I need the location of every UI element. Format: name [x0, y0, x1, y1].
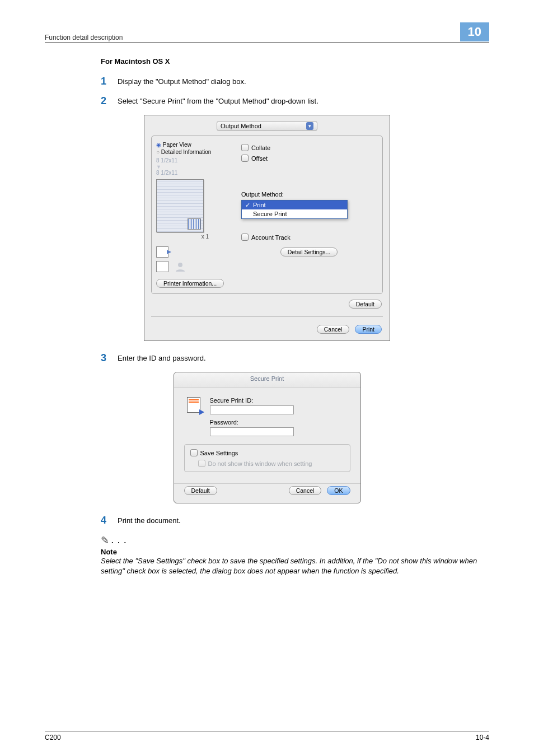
step-2: 2 Select "Secure Print" from the "Output…	[101, 95, 489, 107]
detail-settings-button[interactable]: Detail Settings...	[280, 248, 338, 256]
output-method-label: Output Method:	[241, 191, 377, 198]
note-dots-icon: . . .	[111, 536, 127, 545]
dialog-title: Secure Print	[174, 372, 360, 388]
printer-info-button[interactable]: Printer Information...	[156, 279, 224, 288]
paper-size-bottom: 8 1/2x11	[156, 170, 231, 176]
step-text: Display the "Output Method" dialog box.	[118, 76, 246, 87]
note-icon: ✎	[101, 534, 109, 547]
step-number: 2	[101, 95, 118, 107]
dropdown-item-secure-print[interactable]: Secure Print	[242, 209, 347, 218]
default-button[interactable]: Default	[349, 300, 382, 309]
step-text: Select "Secure Print" from the "Output M…	[118, 95, 318, 107]
step-3: 3 Enter the ID and password.	[101, 352, 489, 364]
page-preview	[156, 179, 204, 232]
save-settings-checkbox[interactable]: Save Settings	[190, 449, 344, 456]
ok-button[interactable]: OK	[327, 486, 350, 495]
copy-count: x 1	[156, 234, 231, 240]
svg-point-0	[178, 263, 182, 267]
footer-page: 10-4	[476, 734, 489, 741]
step-number: 4	[101, 515, 118, 526]
note-heading: Note	[101, 548, 489, 556]
step-4: 4 Print the document.	[101, 515, 489, 526]
step-number: 1	[101, 76, 118, 87]
footer-model: C200	[45, 734, 61, 741]
secure-print-icon	[184, 396, 203, 414]
print-button[interactable]: Print	[355, 325, 382, 334]
note-text: Select the "Save Settings" check box to …	[101, 556, 489, 576]
paper-view-radio[interactable]: ◉ Paper View	[156, 142, 231, 148]
step-text: Enter the ID and password.	[118, 352, 206, 364]
note-block: ✎ . . . Note Select the "Save Settings" …	[101, 534, 489, 576]
step-text: Print the document.	[118, 515, 181, 526]
output-method-dropdown[interactable]: Print Secure Print	[241, 200, 348, 219]
panel-selector-label: Output Method	[221, 123, 261, 129]
dropdown-item-print[interactable]: Print	[242, 200, 347, 209]
user-icon	[174, 261, 186, 272]
subheading: For Macintosh OS X	[101, 57, 489, 66]
step-number: 3	[101, 352, 118, 364]
cancel-button[interactable]: Cancel	[289, 486, 322, 495]
panel-selector[interactable]: Output Method ▾	[217, 121, 317, 131]
default-button[interactable]: Default	[184, 486, 217, 495]
do-not-show-checkbox: Do not show this window when setting	[198, 460, 344, 467]
page-footer: C200 10-4	[45, 731, 489, 741]
paper-divider-icon: ▼	[156, 164, 231, 170]
section-title: Function detail description	[45, 34, 123, 41]
detailed-info-radio[interactable]: ○ Detailed Information	[156, 149, 231, 155]
secure-print-id-input[interactable]	[210, 405, 294, 414]
offset-checkbox[interactable]: Offset	[241, 155, 377, 162]
dropdown-arrow-icon: ▾	[306, 122, 313, 130]
password-input[interactable]	[210, 427, 294, 436]
duplex-icon[interactable]	[156, 246, 168, 258]
page-header: Function detail description 10	[45, 22, 489, 43]
output-method-dialog: Output Method ▾ ◉ Paper View ○ Detailed …	[144, 115, 390, 341]
account-track-checkbox[interactable]: Account Track	[241, 234, 377, 241]
collate-checkbox[interactable]: Collate	[241, 144, 377, 151]
paper-size-top: 8 1/2x11	[156, 157, 231, 164]
chapter-number: 10	[460, 22, 489, 41]
secure-print-id-label: Secure Print ID:	[210, 397, 350, 404]
secure-print-dialog: Secure Print Secure Print ID: Password:	[174, 372, 361, 503]
cancel-button[interactable]: Cancel	[317, 325, 350, 334]
step-1: 1 Display the "Output Method" dialog box…	[101, 76, 489, 87]
password-label: Password:	[210, 419, 350, 426]
page-layout-icon[interactable]	[156, 261, 168, 272]
